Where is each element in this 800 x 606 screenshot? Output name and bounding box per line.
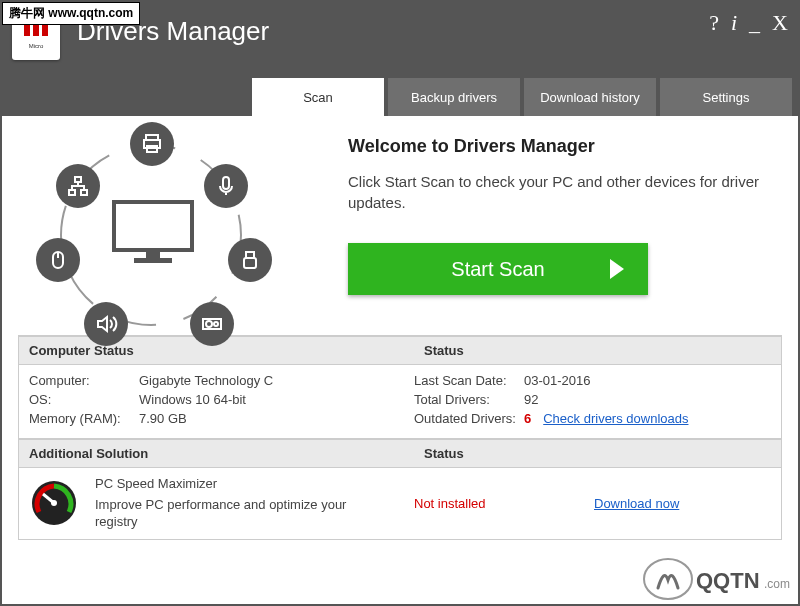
ram-label: Memory (RAM): (29, 411, 139, 426)
close-icon[interactable]: X (772, 10, 788, 36)
mouse-icon (36, 238, 80, 282)
additional-solution-header: Additional Solution Status (18, 439, 782, 468)
speaker-icon (84, 302, 128, 346)
check-drivers-link[interactable]: Check drivers downloads (543, 411, 688, 426)
svg-text:.com: .com (764, 577, 790, 591)
usb-icon (228, 238, 272, 282)
product-description: Improve PC performance and optimize your… (95, 497, 355, 531)
info-icon[interactable]: i (731, 10, 737, 36)
start-scan-label: Start Scan (451, 258, 544, 281)
status-title: Status (414, 337, 781, 364)
os-value: Windows 10 64-bit (139, 392, 246, 407)
last-scan-label: Last Scan Date: (414, 373, 524, 388)
monitor-icon (110, 198, 196, 268)
network-icon (56, 164, 100, 208)
svg-rect-8 (223, 177, 229, 189)
computer-value: Gigabyte Technology C (139, 373, 273, 388)
minimize-icon[interactable]: _ (749, 10, 760, 36)
svg-text:Micro: Micro (29, 43, 44, 49)
product-name: PC Speed Maximizer (95, 476, 355, 491)
device-diagram (18, 126, 318, 335)
tab-bar: Scan Backup drivers Download history Set… (2, 78, 798, 116)
svg-text:QQTN: QQTN (696, 568, 760, 593)
app-window: 腾牛网 www.qqtn.com Micro Drivers Manager ?… (0, 0, 800, 606)
svg-point-13 (214, 322, 218, 326)
outdated-drivers-value: 6 (524, 411, 531, 426)
outdated-drivers-label: Outdated Drivers: (414, 411, 524, 426)
start-scan-button[interactable]: Start Scan (348, 243, 648, 295)
svg-point-12 (206, 321, 212, 327)
tab-scan[interactable]: Scan (252, 78, 384, 116)
last-scan-value: 03-01-2016 (524, 373, 591, 388)
welcome-text: Click Start Scan to check your PC and ot… (348, 171, 772, 213)
computer-status-header: Computer Status Status (18, 336, 782, 365)
os-label: OS: (29, 392, 139, 407)
welcome-heading: Welcome to Drivers Manager (348, 136, 772, 157)
svg-point-24 (51, 500, 57, 506)
gpu-icon (190, 302, 234, 346)
additional-title: Additional Solution (19, 440, 414, 467)
help-icon[interactable]: ? (709, 10, 719, 36)
svg-rect-20 (146, 250, 160, 258)
gauge-icon (29, 478, 79, 528)
install-status: Not installed (414, 496, 594, 511)
svg-rect-17 (69, 190, 75, 195)
tab-download-history[interactable]: Download history (524, 78, 656, 116)
main-content: Welcome to Drivers Manager Click Start S… (2, 116, 798, 540)
play-icon (610, 259, 624, 279)
svg-rect-10 (244, 258, 256, 268)
source-badge: 腾牛网 www.qqtn.com (2, 2, 140, 25)
total-drivers-label: Total Drivers: (414, 392, 524, 407)
microphone-icon (204, 164, 248, 208)
computer-label: Computer: (29, 373, 139, 388)
watermark: QQTN.com (638, 554, 798, 604)
additional-status-title: Status (414, 440, 781, 467)
ram-value: 7.90 GB (139, 411, 187, 426)
tab-settings[interactable]: Settings (660, 78, 792, 116)
tab-backup-drivers[interactable]: Backup drivers (388, 78, 520, 116)
total-drivers-value: 92 (524, 392, 538, 407)
svg-rect-18 (81, 190, 87, 195)
download-now-link[interactable]: Download now (594, 496, 679, 511)
svg-rect-21 (134, 258, 172, 263)
svg-rect-19 (114, 202, 192, 250)
printer-icon (130, 122, 174, 166)
svg-rect-16 (75, 177, 81, 182)
